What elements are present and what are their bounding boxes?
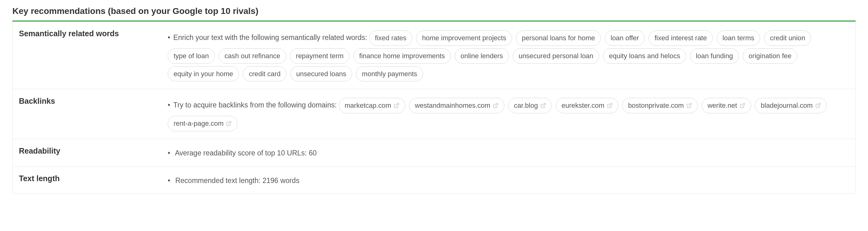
keyword-chip[interactable]: unsecured loans	[290, 66, 352, 82]
row-label: Backlinks	[13, 89, 168, 139]
row-readability: Readability Average readability score of…	[13, 139, 855, 167]
domain-chip[interactable]: bladejournal.com	[755, 98, 827, 113]
svg-line-4	[688, 104, 691, 106]
domain-chip[interactable]: bostonprivate.com	[622, 98, 698, 113]
textlength-text: Recommended text length:	[175, 176, 262, 185]
keyword-chip[interactable]: loan funding	[690, 48, 739, 64]
keyword-chip[interactable]: monthly payments	[356, 66, 423, 82]
external-link-icon	[740, 103, 745, 108]
keyword-chip[interactable]: fixed rates	[369, 30, 413, 46]
recommendations-table: Semantically related words Enrich your t…	[12, 22, 856, 194]
keyword-chip[interactable]: equity in your home	[168, 66, 239, 82]
keyword-chip[interactable]: unsecured personal loan	[513, 48, 599, 64]
row-label: Text length	[13, 167, 168, 194]
domain-chip[interactable]: westandmainhomes.com	[409, 98, 504, 113]
row-body: Try to acquire backlinks from the follow…	[168, 89, 855, 139]
domain-chip[interactable]: werite.net	[702, 98, 751, 113]
row-semantic-words: Semantically related words Enrich your t…	[13, 22, 855, 89]
external-link-icon	[226, 121, 231, 126]
keyword-chip[interactable]: fixed interest rate	[649, 30, 713, 46]
keyword-chip[interactable]: personal loans for home	[516, 30, 601, 46]
svg-line-6	[817, 104, 820, 106]
keyword-chip[interactable]: repayment term	[290, 48, 349, 64]
row-lede: Enrich your text with the following sema…	[168, 33, 367, 41]
domain-chip-label: bostonprivate.com	[628, 99, 684, 112]
keyword-chip[interactable]: cash out refinance	[219, 48, 286, 64]
readability-text: Average readability score of top 10 URLs…	[175, 149, 309, 157]
domain-chip-label: rent-a-page.com	[174, 117, 223, 130]
domain-chip-label: bladejournal.com	[761, 99, 813, 112]
domain-chip-label: marketcap.com	[345, 99, 391, 112]
external-link-icon	[493, 103, 498, 108]
section-title: Key recommendations (based on your Googl…	[12, 6, 856, 16]
external-link-icon	[540, 103, 546, 108]
keyword-chip[interactable]: loan terms	[717, 30, 761, 46]
keyword-chip[interactable]: credit card	[243, 66, 286, 82]
keyword-chip[interactable]: credit union	[764, 30, 811, 46]
keyword-chip[interactable]: type of loan	[168, 48, 215, 64]
domain-chip[interactable]: eurekster.com	[556, 98, 618, 113]
external-link-icon	[607, 103, 613, 108]
keyword-chip[interactable]: online lenders	[455, 48, 509, 64]
row-label: Readability	[13, 139, 168, 166]
keyword-chip[interactable]: origination fee	[743, 48, 797, 64]
row-label: Semantically related words	[13, 22, 168, 89]
row-text-length: Text length Recommended text length: 219…	[13, 167, 855, 194]
domain-chip[interactable]: rent-a-page.com	[168, 116, 238, 131]
row-body: Average readability score of top 10 URLs…	[168, 139, 855, 166]
row-body: Recommended text length: 2196 words	[168, 167, 855, 194]
domain-chip-label: car.blog	[514, 99, 538, 112]
svg-line-0	[396, 104, 398, 106]
domain-chip-label: westandmainhomes.com	[415, 99, 490, 112]
external-link-icon	[394, 103, 399, 108]
readability-value: 60	[309, 149, 317, 157]
row-lede: Try to acquire backlinks from the follow…	[168, 101, 337, 109]
keyword-chip[interactable]: loan offer	[605, 30, 645, 46]
svg-line-7	[228, 121, 231, 124]
svg-line-1	[495, 104, 498, 106]
domain-chip[interactable]: marketcap.com	[339, 98, 405, 113]
svg-line-2	[543, 104, 545, 106]
svg-line-5	[742, 104, 744, 106]
textlength-value: 2196 words	[262, 176, 300, 185]
row-body: Enrich your text with the following sema…	[168, 22, 855, 89]
keyword-chip[interactable]: equity loans and helocs	[603, 48, 686, 64]
row-backlinks: Backlinks Try to acquire backlinks from …	[13, 89, 855, 139]
external-link-icon	[815, 103, 821, 108]
domain-chip[interactable]: car.blog	[508, 98, 552, 113]
domain-chip-label: werite.net	[707, 99, 737, 112]
external-link-icon	[686, 103, 692, 108]
keyword-chip[interactable]: home improvement projects	[416, 30, 512, 46]
domain-chip-label: eurekster.com	[562, 99, 604, 112]
keyword-chip[interactable]: finance home improvements	[353, 48, 451, 64]
svg-line-3	[609, 104, 612, 106]
